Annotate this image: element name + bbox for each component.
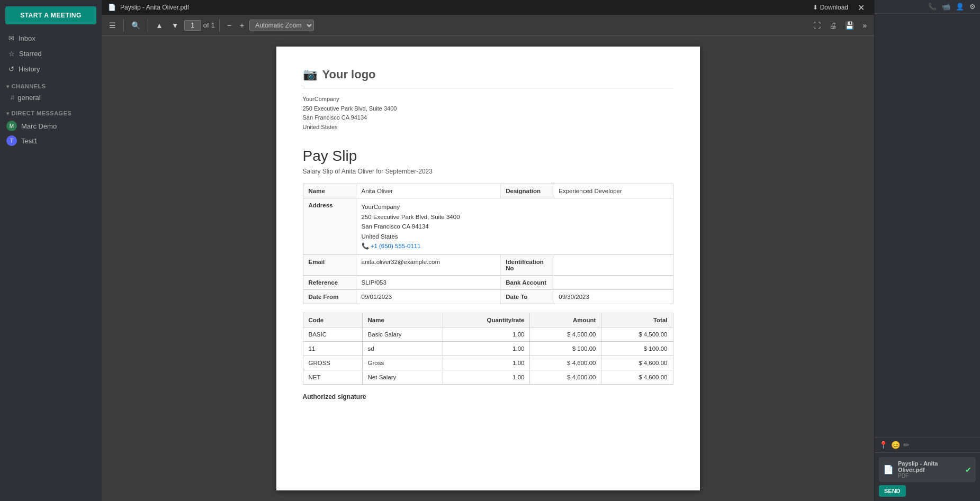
table-header-row: Code Name Quantity/rate Amount Total [303,313,673,327]
right-panel-bottom: 📄 Payslip - Anita Oliver.pdf PDF ✔ SEND [875,452,980,501]
table-row: 11 sd 1.00 $ 100.00 $ 100.00 [303,342,673,356]
nav-starred[interactable]: ☆ Starred [2,47,100,61]
table-row: Email anita.oliver32@example.com Identif… [303,255,673,276]
nav-inbox[interactable]: ✉ Inbox [2,31,100,45]
logo-text: Your logo [322,68,376,81]
channels-header-label: CHANNELS [12,83,46,89]
company-address: YourCompany 250 Executive Park Blvd, Sui… [303,95,673,132]
video-icon[interactable]: 📹 [942,3,950,11]
page-info: of 1 [184,20,215,31]
inbox-icon: ✉ [8,34,14,42]
download-label: Download [820,4,848,11]
cell-amount: $ 4,600.00 [530,370,601,385]
prev-page-button[interactable]: ▲ [152,19,166,32]
reference-label: Reference [303,276,356,290]
zoom-out-button[interactable]: − [224,19,235,32]
emoji-icon[interactable]: 😊 [891,441,900,449]
table-row: Reference SLIP/053 Bank Account [303,276,673,290]
right-panel: 📞 📹 👤 ⚙ 📍 😊 ✏ 📄 Payslip - Anita Oliver.p… [874,0,980,501]
cell-qty: 1.00 [443,356,530,370]
history-label: History [19,65,40,73]
page-number-input[interactable] [184,20,201,31]
page-of-label: of [203,21,209,29]
table-row: NET Net Salary 1.00 $ 4,600.00 $ 4,600.0… [303,370,673,385]
print-button[interactable]: 🖨 [826,19,840,32]
zoom-in-button[interactable]: + [237,19,247,32]
window-title: Payslip - Anita Oliver.pdf [120,4,189,11]
info-table: Name Anita Oliver Designation Experience… [303,184,673,304]
test1-avatar: T [6,135,17,146]
designation-value: Experienced Developer [553,184,673,198]
table-row: GROSS Gross 1.00 $ 4,600.00 $ 4,600.00 [303,356,673,370]
bank-account-value [553,276,673,290]
date-from-label: Date From [303,290,356,304]
email-value: anita.oliver32@example.com [356,255,500,276]
cell-qty: 1.00 [443,370,530,385]
dm-chevron-icon: ▾ [6,111,10,116]
name-value: Anita Oliver [356,184,500,198]
cell-total: $ 100.00 [601,342,673,356]
next-page-button[interactable]: ▼ [168,19,182,32]
date-from-value: 09/01/2023 [356,290,500,304]
authorized-signature: Authorized signature [303,393,673,400]
send-button[interactable]: SEND [879,485,906,497]
payslip-subtitle: Salary Slip of Anita Oliver for Septembe… [303,168,673,175]
cell-code: GROSS [303,356,362,370]
camera-icon: 📷 [303,68,317,81]
designation-label: Designation [500,184,553,198]
edit-icon[interactable]: ✏ [903,441,910,449]
nav-history[interactable]: ↺ History [2,62,100,76]
window-favicon: 📄 [108,4,116,11]
col-total: Total [601,313,673,327]
download-button[interactable]: ⬇ Download [813,4,848,11]
close-window-button[interactable]: ✕ [855,3,868,13]
cell-name: Net Salary [362,370,443,385]
cell-name: Gross [362,356,443,370]
search-button[interactable]: 🔍 [128,19,143,32]
cell-code: NET [303,370,362,385]
table-row: Name Anita Oliver Designation Experience… [303,184,673,198]
channels-section-header[interactable]: ▾ CHANNELS [0,77,102,92]
bank-account-label: Bank Account [500,276,553,290]
zoom-select[interactable]: Automatic Zoom 50% 75% 100% 125% 150% [249,20,314,31]
window-titlebar: 📄 Payslip - Anita Oliver.pdf ⬇ Download … [102,0,874,15]
toolbar-separator-3 [219,19,220,32]
address-value: YourCompany 250 Executive Park Blvd, Sui… [356,198,673,255]
save-button[interactable]: 💾 [842,19,857,32]
dm-marc[interactable]: M Marc Demo [0,119,102,133]
download-icon: ⬇ [813,4,818,11]
toolbar-separator-1 [123,19,124,32]
pdf-viewport[interactable]: 📷 Your logo YourCompany 250 Executive Pa… [102,36,874,501]
payslip-title: Pay Slip [303,148,673,165]
gear-icon[interactable]: ⚙ [969,3,976,11]
col-name: Name [362,313,443,327]
file-name: Payslip - Anita Oliver.pdf [898,460,961,473]
col-amount: Amount [530,313,601,327]
sidebar: START A MEETING ✉ Inbox ☆ Starred ↺ Hist… [0,0,102,501]
fullscreen-button[interactable]: ⛶ [810,19,824,32]
location-icon[interactable]: 📍 [879,441,888,449]
data-table: Code Name Quantity/rate Amount Total BAS… [303,313,673,385]
person-icon[interactable]: 👤 [956,3,964,11]
chat-input-row: SEND [879,485,976,497]
more-tools-button[interactable]: » [859,19,870,32]
name-label: Name [303,184,356,198]
table-row: BASIC Basic Salary 1.00 $ 4,500.00 $ 4,5… [303,327,673,342]
pdf-page: 📷 Your logo YourCompany 250 Executive Pa… [276,47,700,490]
check-icon: ✔ [965,466,972,474]
cell-code: BASIC [303,327,362,342]
marc-label: Marc Demo [21,122,57,130]
identification-label: Identification No [500,255,553,276]
phone-icon[interactable]: 📞 [928,3,937,11]
channel-general-label: general [17,94,40,102]
dm-test1[interactable]: T Test1 [0,133,102,148]
pdf-file-icon: 📄 [883,464,894,475]
hash-icon: # [11,94,14,102]
cell-amount: $ 100.00 [530,342,601,356]
toggle-sidebar-button[interactable]: ☰ [106,19,119,32]
company-address-line2: San Francisco CA 94134 [303,113,673,123]
start-meeting-button[interactable]: START A MEETING [5,6,96,24]
channel-general[interactable]: # general [0,92,102,104]
cell-total: $ 4,600.00 [601,356,673,370]
dm-section-header[interactable]: ▾ DIRECT MESSAGES [0,104,102,119]
